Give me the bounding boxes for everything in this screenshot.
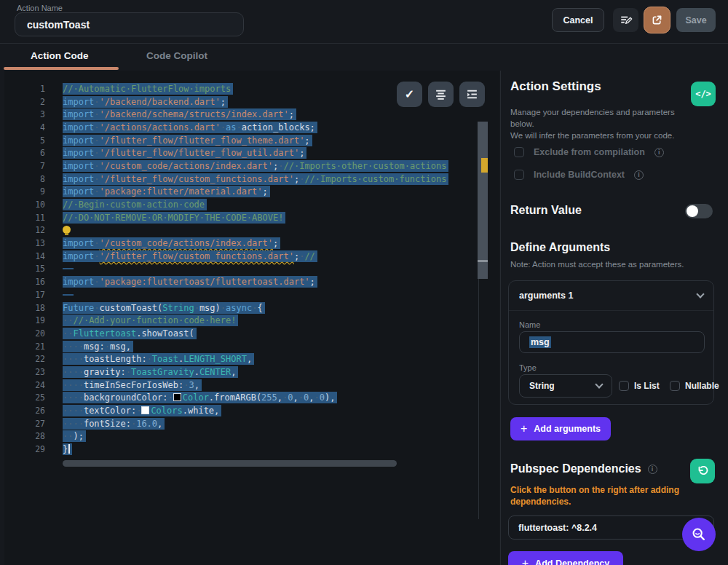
- code-line[interactable]: 8import·'/flutter_flow/custom_functions.…: [4, 173, 499, 186]
- code-line[interactable]: 25····backgroundColor:·Color.fromARGB(25…: [4, 392, 499, 405]
- code-token: ,: [157, 419, 162, 429]
- code-token: ;: [310, 277, 315, 287]
- line-number: 15: [4, 264, 45, 274]
- code-line[interactable]: 24····timeInSecForIosWeb:·3,: [4, 379, 499, 392]
- horizontal-scrollbar[interactable]: [63, 460, 397, 467]
- is-list-checkbox[interactable]: [619, 381, 629, 391]
- code-line[interactable]: 20··Fluttertoast.showToast(: [4, 327, 499, 340]
- tab-code-copilot[interactable]: Code Copilot: [146, 50, 207, 61]
- code-line[interactable]: 15: [4, 263, 499, 276]
- code-editor-pane[interactable]: 1//·Automatic·FlutterFlow·imports2import…: [4, 71, 499, 565]
- code-token: ·: [314, 392, 319, 403]
- code-token: import: [63, 238, 94, 248]
- color-swatch: [173, 393, 181, 401]
- code-line[interactable]: 18Future·customToast(String·msg)·async·{: [4, 301, 499, 315]
- info-icon[interactable]: i: [648, 465, 657, 474]
- code-token: as: [226, 122, 236, 133]
- add-arguments-button[interactable]: + Add arguments: [510, 417, 611, 440]
- external-link-icon: [651, 14, 663, 26]
- code-line[interactable]: 13import·'/custom_code/actions/index.dar…: [4, 237, 499, 250]
- code-token: );: [73, 431, 83, 441]
- code-line[interactable]: 21····msg:·msg,: [4, 340, 499, 353]
- code-line[interactable]: 23····gravity:·ToastGravity.CENTER,: [4, 366, 499, 379]
- code-token: ··: [63, 431, 73, 441]
- code-icon: </>: [695, 89, 711, 99]
- code-line[interactable]: 19··//·Add·your·function·code·here!: [4, 314, 499, 327]
- info-icon[interactable]: i: [634, 170, 644, 180]
- check-code-button[interactable]: ✓: [397, 82, 422, 107]
- format-button[interactable]: [428, 82, 454, 107]
- add-dependency-button[interactable]: + Add Dependency: [508, 551, 623, 565]
- code-line[interactable]: 17: [4, 288, 499, 301]
- format-check-icon: [620, 14, 633, 27]
- code-token: Colors: [151, 406, 182, 416]
- code-token: import: [63, 161, 94, 171]
- argument-card-header[interactable]: arguments 1: [509, 281, 713, 311]
- code-token: ·: [136, 406, 141, 416]
- code-line[interactable]: 16import·'package:fluttertoast/flutterto…: [4, 275, 499, 288]
- code-line[interactable]: 9import·'package:flutter/material.dart';: [4, 186, 499, 199]
- argument-name-input[interactable]: msg: [519, 331, 705, 353]
- code-line[interactable]: 2import·'/backend/backend.dart';: [4, 95, 499, 108]
- code-line[interactable]: 7import·'/custom_code/actions/index.dart…: [4, 159, 499, 173]
- code-line[interactable]: 28··);: [4, 430, 499, 443]
- code-line[interactable]: 26····textColor:·Colors.white,: [4, 404, 499, 417]
- format-code-button[interactable]: [613, 8, 638, 32]
- code-token: //·Begin·custom·action·code: [63, 199, 205, 210]
- argument-name-value: msg: [529, 336, 551, 348]
- code-token: ;: [289, 109, 294, 119]
- lightbulb-icon: [63, 226, 71, 234]
- line-number: 3: [4, 109, 45, 119]
- line-number: 24: [4, 380, 45, 390]
- code-token: ··: [63, 328, 73, 339]
- code-line[interactable]: 27····fontSize:·16.0,: [4, 417, 499, 430]
- line-number: 17: [4, 290, 45, 300]
- cancel-button[interactable]: Cancel: [552, 8, 604, 32]
- code-lines[interactable]: 1//·Automatic·FlutterFlow·imports2import…: [4, 82, 499, 456]
- code-token: import: [63, 174, 94, 184]
- refresh-dependencies-button[interactable]: [690, 459, 715, 483]
- nullable-checkbox[interactable]: [670, 381, 680, 391]
- vertical-scrollbar[interactable]: [478, 122, 488, 279]
- code-token: '/backend/schema/structs/index.dart': [100, 109, 289, 119]
- line-number: 7: [4, 161, 45, 171]
- cancel-button-label: Cancel: [563, 15, 593, 25]
- code-line[interactable]: 3import·'/backend/schema/structs/index.d…: [4, 108, 499, 121]
- search-packages-button[interactable]: [682, 518, 716, 551]
- toggle-knob: [687, 205, 698, 217]
- code-line[interactable]: 4import·'/actions/actions.dart'·as·actio…: [4, 121, 499, 134]
- code-token: ·: [94, 174, 99, 184]
- include-buildcontext-checkbox[interactable]: [514, 170, 524, 180]
- plus-icon: +: [521, 422, 527, 435]
- code-line[interactable]: 6import·'/flutter_flow/flutter_flow_util…: [4, 146, 499, 159]
- return-value-toggle[interactable]: [685, 204, 713, 218]
- code-line[interactable]: 11//·DO·NOT·REMOVE·OR·MODIFY·THE·CODE·AB…: [4, 211, 499, 224]
- code-token: ····: [63, 367, 84, 377]
- action-name-label: Action Name: [17, 4, 63, 12]
- open-in-editor-button[interactable]: [644, 7, 670, 33]
- code-line[interactable]: 5import·'/flutter_flow/flutter_flow_them…: [4, 134, 499, 147]
- code-line[interactable]: 14import·'/flutter_flow/custom_functions…: [4, 250, 499, 263]
- code-token: ),: [325, 392, 335, 403]
- action-name-input[interactable]: customToast: [15, 12, 244, 36]
- info-icon[interactable]: i: [654, 148, 664, 157]
- code-token: ;: [263, 186, 268, 197]
- argument-type-select[interactable]: String: [519, 374, 612, 398]
- chevron-down-icon: [595, 380, 603, 388]
- code-token: .fromARGB(: [209, 392, 261, 403]
- code-line[interactable]: 12: [4, 224, 499, 237]
- code-line[interactable]: 29}: [4, 443, 499, 456]
- tab-action-code[interactable]: Action Code: [31, 50, 89, 61]
- code-line[interactable]: 1//·Automatic·FlutterFlow·imports: [4, 82, 499, 95]
- indent-button[interactable]: [459, 82, 485, 107]
- view-code-button[interactable]: </>: [691, 82, 716, 106]
- save-button[interactable]: Save: [676, 8, 716, 32]
- code-token: gravity:: [84, 367, 126, 377]
- add-dependency-label: Add Dependency: [535, 558, 609, 565]
- code-line[interactable]: 10//·Begin·custom·action·code: [4, 198, 499, 211]
- line-number: 28: [4, 431, 45, 441]
- code-line[interactable]: 22····toastLength:·Toast.LENGTH_SHORT,: [4, 352, 499, 366]
- refresh-icon: [696, 465, 709, 478]
- line-number: 5: [4, 135, 45, 146]
- exclude-compilation-checkbox[interactable]: [514, 147, 524, 157]
